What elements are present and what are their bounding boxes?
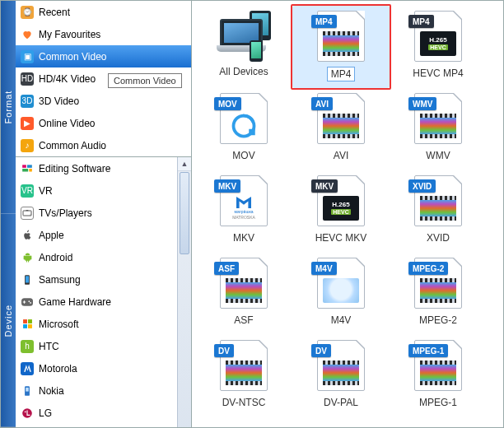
thumb-label: DV-PAL <box>320 396 362 409</box>
device-item-label: Editing Software <box>39 163 110 174</box>
device-item-nokia[interactable]: Nokia <box>16 379 177 402</box>
format-item-common-audio[interactable]: ♪Common Audio <box>16 134 191 156</box>
device-item-tvs-players[interactable]: TVs/Players <box>16 202 177 224</box>
thumb-label: MKV <box>230 231 258 244</box>
file-icon: MPEG-1 <box>414 340 462 391</box>
format-thumb-m4v[interactable]: M4VM4V <box>292 253 390 335</box>
device-item-label: Apple <box>39 230 64 241</box>
device-item-lg[interactable]: LG <box>16 402 177 424</box>
format-thumb-mpeg-1[interactable]: MPEG-1MPEG-1 <box>390 335 487 417</box>
device-item-label: Samsung <box>39 274 81 286</box>
file-icon: MP4H.265HEVC <box>414 11 462 62</box>
file-icon: M4V <box>317 258 365 309</box>
nokia-icon <box>21 384 34 398</box>
thumb-label: MP4 <box>327 67 356 81</box>
file-icon: MP4 <box>317 11 365 62</box>
format-thumb-hevc-mkv[interactable]: MKVH.265HEVCHEVC MKV <box>292 170 390 253</box>
format-thumb-mpeg-2[interactable]: MPEG-2MPEG-2 <box>390 253 487 335</box>
svg-point-15 <box>25 411 26 412</box>
format-item-my-favourites[interactable]: My Favourites <box>16 23 191 45</box>
file-icon: ASF <box>220 258 268 309</box>
format-thumb-hevc-mp4[interactable]: MP4H.265HEVCHEVC MP4 <box>390 6 487 88</box>
format-item-common-video[interactable]: ▣Common Video <box>16 45 191 67</box>
format-badge: XVID <box>408 179 436 193</box>
device-item-htc[interactable]: hHTC <box>16 335 177 357</box>
format-thumb-wmv[interactable]: WMVWMV <box>390 88 487 170</box>
file-icon: DV <box>220 340 268 391</box>
file-icon: DV <box>317 340 365 391</box>
format-item-label: Online Video <box>39 118 96 129</box>
device-item-microsoft[interactable]: Microsoft <box>16 313 177 335</box>
scroll-thumb[interactable] <box>180 172 189 254</box>
scroll-up-icon[interactable]: ▲ <box>178 157 191 171</box>
device-item-label: VR <box>39 185 53 197</box>
format-thumb-mp4[interactable]: MP4MP4 <box>292 6 390 88</box>
format-thumb-avi[interactable]: AVIAVI <box>292 88 390 170</box>
gamepad-icon <box>21 295 34 309</box>
apple-icon <box>21 229 34 242</box>
side-panes: ⌚RecentMy Favourites▣Common VideoHDHD/4K… <box>16 1 191 427</box>
format-grid: All DevicesMP4MP4MP4H.265HEVCHEVC MP4MOV… <box>192 1 503 427</box>
svg-rect-0 <box>22 165 26 168</box>
svg-rect-9 <box>28 319 32 323</box>
device-item-android[interactable]: Android <box>16 246 177 268</box>
device-scrollbar[interactable]: ▲ ▼ <box>177 157 191 428</box>
thumb-label: MPEG-2 <box>416 314 460 327</box>
device-item-editing-software[interactable]: Editing Software <box>16 157 177 179</box>
device-item-label: Motorola <box>39 363 77 374</box>
format-badge: DV <box>311 344 331 357</box>
thumb-label: HEVC MKV <box>312 231 371 244</box>
format-item-label: HD/4K Video <box>39 73 96 85</box>
file-icon: XVID <box>414 175 462 226</box>
thumb-label: M4V <box>328 314 355 327</box>
3d-icon: 3D <box>21 95 34 108</box>
device-item-apple[interactable]: Apple <box>16 224 177 246</box>
vr-icon: VR <box>21 184 34 198</box>
device-item-label: TVs/Players <box>39 207 92 219</box>
format-item-label: 3D Video <box>39 95 79 107</box>
file-icon: WMV <box>414 93 462 144</box>
format-item-recent[interactable]: ⌚Recent <box>16 1 191 23</box>
htc-icon: h <box>21 340 34 353</box>
thumb-label: All Devices <box>216 65 271 78</box>
device-item-blackberry[interactable]: BlackBerry <box>16 424 177 428</box>
format-badge: MP4 <box>311 15 337 28</box>
thumb-label: ASF <box>231 314 256 327</box>
side-tab-device[interactable]: Device <box>1 214 16 428</box>
format-thumb-mkv[interactable]: MKVматрёшкаMATROSKAMKV <box>195 170 292 253</box>
device-item-vr[interactable]: VRVR <box>16 179 177 202</box>
thumb-label: HEVC MP4 <box>409 67 466 80</box>
device-item-game-hardware[interactable]: Game Hardware <box>16 291 177 313</box>
file-icon: MKVH.265HEVC <box>317 175 365 226</box>
thumb-label: MPEG-1 <box>416 396 460 409</box>
file-icon: AVI <box>317 93 365 144</box>
svg-rect-11 <box>28 324 32 328</box>
format-badge: MOV <box>214 97 241 110</box>
device-item-motorola[interactable]: Motorola <box>16 357 177 379</box>
format-thumb-dv-pal[interactable]: DVDV-PAL <box>292 335 390 417</box>
file-icon: MOV <box>220 93 268 144</box>
lg-icon <box>21 407 34 420</box>
edit-icon <box>21 162 34 175</box>
thumb-label: WMV <box>422 149 453 162</box>
svg-rect-7 <box>26 276 29 282</box>
device-item-samsung[interactable]: Samsung <box>16 268 177 291</box>
audio-icon: ♪ <box>21 139 34 152</box>
format-thumb-xvid[interactable]: XVIDXVID <box>390 170 487 253</box>
format-item-label: Recent <box>39 7 70 18</box>
tooltip: Common Video <box>108 73 182 88</box>
device-item-label: Nokia <box>39 385 64 397</box>
format-item-3d-video[interactable]: 3D3D Video <box>16 90 191 112</box>
format-badge: MPEG-1 <box>408 344 448 357</box>
format-thumb-asf[interactable]: ASFASF <box>195 253 292 335</box>
format-thumb-dv-ntsc[interactable]: DVDV-NTSC <box>195 335 292 417</box>
format-badge: AVI <box>311 97 333 110</box>
format-thumb-all-devices[interactable]: All Devices <box>195 6 292 88</box>
svg-rect-4 <box>23 211 31 216</box>
format-item-online-video[interactable]: ▶Online Video <box>16 112 191 134</box>
side-tab-format[interactable]: Format <box>1 1 16 214</box>
format-thumb-mov[interactable]: MOVMOV <box>195 88 292 170</box>
format-item-label: Common Video <box>39 51 107 63</box>
svg-point-5 <box>30 214 31 215</box>
format-badge: MKV <box>214 179 240 193</box>
